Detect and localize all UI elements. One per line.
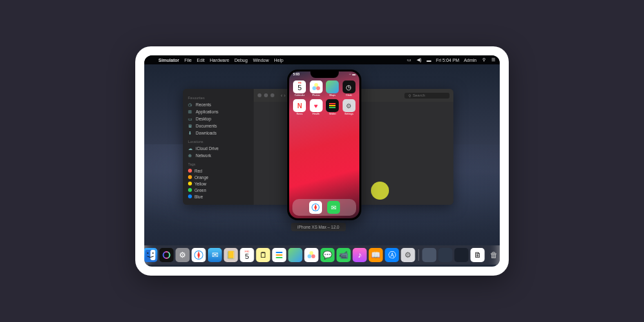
macos-dock: ⚙ ✉ 📒 FRI5 🗒 💬 📹 ♪ 📖 Ⓐ ⚙ 🗎 🗑 xyxy=(144,245,500,265)
svg-rect-9 xyxy=(151,250,156,260)
app-wallet[interactable]: Wallet xyxy=(325,99,340,115)
dock-siri[interactable] xyxy=(160,248,174,262)
dock-facetime[interactable]: 📹 xyxy=(337,248,351,262)
menu-help[interactable]: Help xyxy=(274,58,283,62)
app-health[interactable]: ♥Health xyxy=(309,99,324,115)
menubar-user[interactable]: Admin xyxy=(464,58,477,62)
back-button[interactable]: ‹ xyxy=(281,93,283,99)
svg-point-18 xyxy=(310,251,314,255)
battery-icon[interactable]: ▬ xyxy=(426,57,431,62)
dock-ibooks[interactable]: 📖 xyxy=(369,248,383,262)
sidebar-item-network[interactable]: ⊕Network xyxy=(188,152,249,159)
dock-mail[interactable]: ✉ xyxy=(208,248,222,262)
phone-app-grid: FRI5Calendar Photos Maps ◷Clock NNews ♥H… xyxy=(292,80,356,115)
iphone-simulator[interactable]: 5:03 ◦◦ ▬ FRI5Calendar Photos Maps ◷Cloc… xyxy=(287,70,361,220)
sidebar-item-applications[interactable]: ⊞Applications xyxy=(188,108,249,115)
dock-messages[interactable]: ✉ xyxy=(327,201,340,214)
app-news[interactable]: NNews xyxy=(292,99,307,115)
dock-separator xyxy=(419,249,419,261)
sidebar-item-documents[interactable]: 🗎Documents xyxy=(188,122,249,129)
finder-icon xyxy=(146,250,156,260)
tag-dot-icon xyxy=(188,194,192,198)
cursor-highlight xyxy=(371,182,389,200)
menu-hardware[interactable]: Hardware xyxy=(210,58,229,62)
doc-icon: 🗎 xyxy=(188,124,193,129)
svg-rect-15 xyxy=(276,252,283,253)
menu-window[interactable]: Window xyxy=(253,58,269,62)
dock-itunes[interactable]: ♪ xyxy=(353,248,367,262)
phone-time: 5:03 xyxy=(293,72,299,79)
app-maps[interactable]: Maps xyxy=(325,80,340,97)
tag-blue[interactable]: Blue xyxy=(188,193,249,200)
dock-preferences[interactable]: ⚙ xyxy=(401,248,415,262)
display-icon[interactable]: ▭ xyxy=(407,57,412,62)
menu-file[interactable]: File xyxy=(184,58,191,62)
minimize-button[interactable] xyxy=(264,93,268,97)
phone-dock: ✉ xyxy=(292,199,356,216)
dock-reminders[interactable] xyxy=(272,248,287,262)
tag-dot-icon xyxy=(188,188,192,192)
tag-yellow[interactable]: Yellow xyxy=(188,180,249,187)
app-settings[interactable]: ⚙Settings xyxy=(342,99,357,115)
dock-maps[interactable] xyxy=(289,248,303,262)
dock-finder[interactable] xyxy=(144,248,158,262)
menubar-time[interactable]: Fri 5:04 PM xyxy=(436,58,459,62)
svg-rect-16 xyxy=(276,254,283,256)
svg-point-19 xyxy=(308,254,312,258)
app-clock[interactable]: ◷Clock xyxy=(342,80,357,97)
dock-safari[interactable] xyxy=(192,248,206,262)
svg-point-2 xyxy=(316,86,320,90)
dock-app1[interactable] xyxy=(422,248,437,262)
presentation-frame: Simulator File Edit Hardware Debug Windo… xyxy=(135,46,509,276)
tag-red[interactable]: Red xyxy=(188,167,249,174)
svg-point-10 xyxy=(147,252,149,254)
reminders-icon xyxy=(276,251,283,259)
menubar-app-name[interactable]: Simulator xyxy=(158,58,179,62)
nav-arrows: ‹ › xyxy=(281,93,285,99)
sidebar-item-recents[interactable]: ◷Recents xyxy=(188,101,249,108)
device-label: iPhone XS Max – 12.0 xyxy=(291,223,346,231)
tag-orange[interactable]: Orange xyxy=(188,174,249,180)
dock-appstore[interactable]: Ⓐ xyxy=(385,248,399,262)
menu-debug[interactable]: Debug xyxy=(234,58,248,62)
menu-edit[interactable]: Edit xyxy=(197,58,205,62)
search-icon[interactable]: ⚲ xyxy=(481,57,486,62)
network-icon: ⊕ xyxy=(188,153,193,158)
dock-launchpad[interactable]: ⚙ xyxy=(176,248,190,262)
sidebar-item-downloads[interactable]: ⬇Downloads xyxy=(188,129,249,137)
forward-button[interactable]: › xyxy=(284,93,286,99)
dock-app3[interactable] xyxy=(455,248,469,262)
close-button[interactable] xyxy=(258,93,261,97)
tag-green[interactable]: Green xyxy=(188,187,249,193)
phone-indicators: ◦◦ ▬ xyxy=(349,72,355,79)
volume-icon[interactable]: ◀) xyxy=(417,57,422,62)
svg-rect-17 xyxy=(276,257,283,258)
menu-list-icon[interactable]: ☰ xyxy=(491,57,496,62)
desktop-icon: ▭ xyxy=(188,117,193,122)
app-calendar[interactable]: FRI5Calendar xyxy=(292,80,307,97)
menubar: Simulator File Edit Hardware Debug Windo… xyxy=(144,55,500,64)
sidebar-item-desktop[interactable]: ▭Desktop xyxy=(188,115,249,122)
window-controls xyxy=(258,93,274,97)
dock-textedit[interactable]: 🗎 xyxy=(471,248,485,262)
clock-icon: ◷ xyxy=(188,102,193,108)
sidebar-item-icloud[interactable]: ☁iCloud Drive xyxy=(188,145,249,152)
app-photos[interactable]: Photos xyxy=(309,80,324,97)
app-grid-icon: ⊞ xyxy=(188,109,193,115)
svg-point-11 xyxy=(153,252,154,254)
dock-notes[interactable]: 🗒 xyxy=(256,248,270,262)
dock-contacts[interactable]: 📒 xyxy=(224,248,238,262)
dock-calendar[interactable]: FRI5 xyxy=(240,248,254,262)
dock-trash[interactable]: 🗑 xyxy=(487,248,500,262)
safari-icon xyxy=(194,250,204,260)
dock-photos[interactable] xyxy=(305,248,319,262)
apple-icon[interactable] xyxy=(148,57,153,62)
dock-app2[interactable] xyxy=(439,248,453,262)
svg-rect-3 xyxy=(329,103,336,104)
phone-screen: 5:03 ◦◦ ▬ FRI5Calendar Photos Maps ◷Cloc… xyxy=(289,71,359,218)
zoom-button[interactable] xyxy=(270,93,274,97)
finder-sidebar: Favourites ◷Recents ⊞Applications ▭Deskt… xyxy=(183,89,254,205)
dock-messages[interactable]: 💬 xyxy=(321,248,335,262)
dock-safari[interactable] xyxy=(309,201,322,214)
finder-search[interactable]: ⚲ Search xyxy=(404,93,450,99)
